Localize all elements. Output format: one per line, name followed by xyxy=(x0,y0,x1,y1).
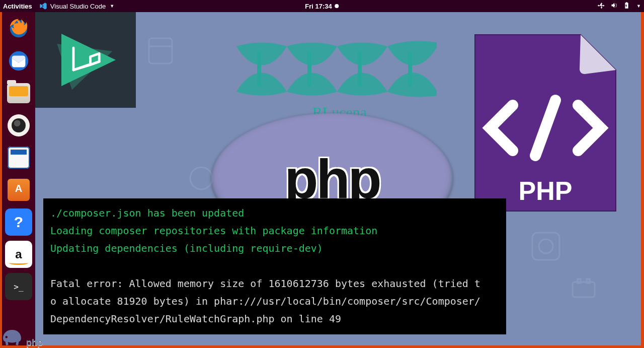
dock-firefox[interactable] xyxy=(5,15,32,42)
dock-ubuntu-software[interactable] xyxy=(5,176,32,203)
dna-helix-icon xyxy=(231,36,448,102)
php-watermark: php xyxy=(0,327,43,348)
terminal-output: ./composer.json has been updated Loading… xyxy=(43,198,506,334)
svg-rect-5 xyxy=(532,233,559,260)
dock-files[interactable] xyxy=(5,80,32,107)
active-app-name: Visual Studio Code xyxy=(50,3,106,10)
svg-rect-7 xyxy=(573,282,595,297)
dock-rhythmbox[interactable] xyxy=(5,112,32,139)
laravel-logo-tile xyxy=(35,12,136,108)
dock-thunderbird[interactable] xyxy=(5,47,32,75)
watermark-text: php xyxy=(26,337,43,348)
svg-rect-2 xyxy=(149,38,172,63)
svg-rect-8 xyxy=(578,279,581,283)
laravel-play-icon xyxy=(45,20,126,100)
window-border-left xyxy=(0,12,2,348)
terminal-line: ./composer.json has been updated xyxy=(50,207,244,219)
dock-terminal[interactable]: >_ xyxy=(5,273,32,300)
dock-help[interactable]: ? xyxy=(5,208,32,236)
chevron-down-icon: ▼ xyxy=(109,4,114,9)
terminal-line: Loading composer repositories with packa… xyxy=(50,225,377,237)
elephpant-icon xyxy=(0,327,24,348)
notification-dot-icon xyxy=(335,4,339,8)
vscode-icon xyxy=(39,2,47,10)
clock[interactable]: Fri 17:34 xyxy=(305,3,339,10)
window-border-bottom xyxy=(0,345,644,348)
svg-marker-11 xyxy=(61,34,116,86)
php-file-card: PHP xyxy=(470,30,621,216)
active-app-menu[interactable]: Visual Studio Code ▼ xyxy=(39,2,114,10)
ubuntu-dock: ? a >_ xyxy=(2,12,35,345)
dock-amazon[interactable]: a xyxy=(5,241,32,268)
system-menu-chevron-icon[interactable]: ▼ xyxy=(635,4,641,9)
battery-icon[interactable] xyxy=(623,2,630,11)
terminal-line: Updating dependencies (including require… xyxy=(50,242,323,254)
gnome-topbar: Activities Visual Studio Code ▼ Fri 17:3… xyxy=(0,0,644,12)
svg-point-6 xyxy=(539,239,553,253)
dock-libreoffice-writer[interactable] xyxy=(5,144,32,171)
volume-icon[interactable] xyxy=(610,2,618,11)
desktop-wallpaper: RLucena php PHP ./composer.json has been… xyxy=(35,12,641,345)
terminal-error-line: DependencyResolver/RuleWatchGraph.php on… xyxy=(50,313,341,325)
svg-point-4 xyxy=(190,167,212,189)
clock-text: Fri 17:34 xyxy=(305,3,332,10)
svg-rect-9 xyxy=(587,279,590,283)
terminal-error-line: Fatal error: Allowed memory size of 1610… xyxy=(50,277,480,290)
window-border-right xyxy=(641,12,644,348)
activities-button[interactable]: Activities xyxy=(3,3,32,10)
network-icon[interactable] xyxy=(598,2,605,11)
terminal-error-line: o allocate 81920 bytes) in phar:///usr/l… xyxy=(50,295,480,307)
